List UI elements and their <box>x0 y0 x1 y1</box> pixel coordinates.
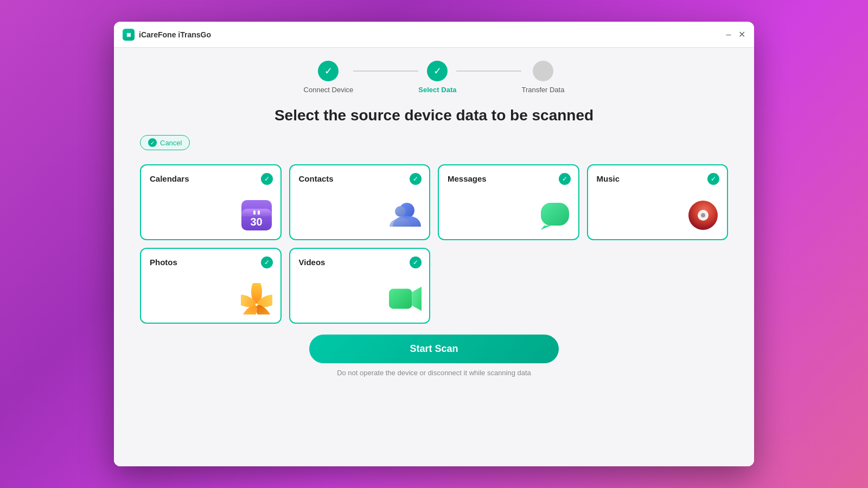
card-music[interactable]: Music ✓ <box>587 164 729 240</box>
card-contacts[interactable]: Contacts ✓ <box>289 164 431 240</box>
card-photos-label: Photos <box>150 258 272 267</box>
calendars-icon: 30 <box>240 199 273 232</box>
music-icon-svg <box>687 200 719 231</box>
step-select: ✓ Select Data <box>418 61 456 94</box>
cards-row-1: Calendars ✓ 30 Contacts ✓ <box>140 164 728 240</box>
card-calendars[interactable]: Calendars ✓ 30 <box>140 164 282 240</box>
stepper: ✓ Connect Device ✓ Select Data Transfer … <box>140 61 728 94</box>
step-select-circle: ✓ <box>427 61 448 81</box>
scan-hint-text: Do not operate the device or disconnect … <box>140 369 728 377</box>
calendar-icon-top <box>241 209 272 216</box>
card-calendars-label: Calendars <box>150 174 272 183</box>
card-calendars-check: ✓ <box>261 173 273 185</box>
card-empty-2 <box>587 248 729 324</box>
card-messages-check: ✓ <box>559 173 571 185</box>
page-heading: Select the source device data to be scan… <box>140 107 728 124</box>
titlebar: ▣ iCareFone iTransGo – ✕ <box>114 22 754 48</box>
main-window: ▣ iCareFone iTransGo – ✕ ✓ Connect Devic… <box>114 22 754 466</box>
main-content: ✓ Connect Device ✓ Select Data Transfer … <box>114 48 754 466</box>
step-line-1 <box>353 70 418 72</box>
svg-marker-13 <box>412 287 422 311</box>
svg-point-6 <box>701 213 705 217</box>
step-line-2 <box>456 70 521 72</box>
step-connect: ✓ Connect Device <box>304 61 354 94</box>
card-empty-1 <box>438 248 579 324</box>
photos-icon-container <box>240 282 273 315</box>
svg-rect-2 <box>541 203 569 226</box>
contacts-icon-svg <box>390 201 421 230</box>
calendar-dot-right <box>258 210 260 215</box>
step-connect-label: Connect Device <box>304 86 354 94</box>
svg-rect-12 <box>389 289 412 309</box>
card-photos-check: ✓ <box>261 256 273 268</box>
close-button[interactable]: ✕ <box>738 31 745 38</box>
card-videos-label: Videos <box>299 258 421 267</box>
card-messages[interactable]: Messages ✓ <box>438 164 579 240</box>
messages-icon-svg <box>539 201 570 230</box>
step-transfer-label: Transfer Data <box>521 86 564 94</box>
calendar-dot-left <box>253 210 256 215</box>
videos-icon-svg <box>389 285 422 312</box>
cards-row-2: Photos ✓ <box>140 248 728 324</box>
app-logo: ▣ <box>123 29 135 41</box>
card-contacts-label: Contacts <box>299 174 421 183</box>
photos-icon-svg <box>241 283 272 314</box>
card-videos[interactable]: Videos ✓ <box>289 248 431 324</box>
card-music-label: Music <box>597 174 719 183</box>
svg-marker-3 <box>541 226 551 230</box>
card-videos-check: ✓ <box>410 256 422 268</box>
app-logo-text: ▣ <box>126 32 131 37</box>
minimize-button[interactable]: – <box>725 31 732 38</box>
app-title: iCareFone iTransGo <box>139 30 725 39</box>
calendar-number: 30 <box>250 216 262 227</box>
calendar-icon-shape: 30 <box>241 200 272 230</box>
step-connect-circle: ✓ <box>318 61 339 81</box>
window-controls: – ✕ <box>725 31 745 38</box>
cancel-button[interactable]: ✓ Cancel <box>140 135 190 150</box>
svg-point-1 <box>395 206 406 217</box>
card-contacts-check: ✓ <box>410 173 422 185</box>
messages-icon-container <box>538 199 571 232</box>
cancel-label: Cancel <box>160 139 182 147</box>
card-photos[interactable]: Photos ✓ <box>140 248 282 324</box>
cancel-check-icon: ✓ <box>148 138 157 147</box>
card-music-check: ✓ <box>707 173 719 185</box>
step-select-label: Select Data <box>418 86 456 94</box>
cancel-area: ✓ Cancel <box>140 135 728 158</box>
card-messages-label: Messages <box>448 174 570 183</box>
contacts-icon-container <box>389 199 422 232</box>
start-scan-button[interactable]: Start Scan <box>309 335 559 363</box>
music-icon-container <box>687 199 719 232</box>
step-transfer: Transfer Data <box>521 61 564 94</box>
videos-icon-container <box>389 282 422 315</box>
step-transfer-circle <box>533 61 553 81</box>
